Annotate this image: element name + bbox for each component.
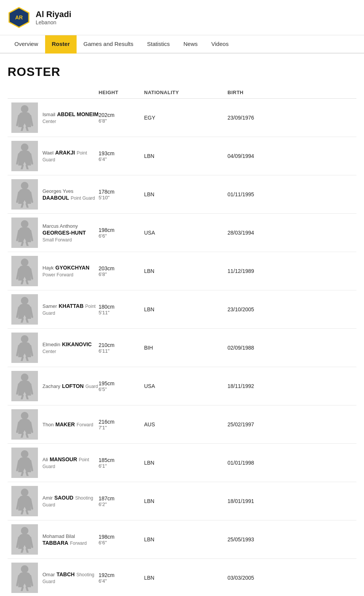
- player-info: Mohamad Bilal TABBARA Forward: [11, 524, 99, 555]
- player-position: Center: [42, 119, 56, 124]
- player-position: Guard: [85, 384, 98, 389]
- player-height: 180cm 5'11": [99, 304, 144, 315]
- tab-games-and-results[interactable]: Games and Results: [77, 35, 140, 54]
- player-birth: 11/12/1989: [228, 268, 303, 274]
- col-birth-label: BIRTH: [228, 90, 303, 95]
- tab-news[interactable]: News: [177, 35, 205, 54]
- player-row[interactable]: Mohamad Bilal TABBARA Forward 198cm 6'6"…: [8, 520, 356, 559]
- svg-point-5: [21, 220, 28, 228]
- player-info: Amir SAOUD Shooting Guard: [11, 486, 99, 516]
- player-first-name: Marcus Anthony: [42, 223, 78, 229]
- player-info: Georges Yves DAABOUL Point Guard: [11, 179, 99, 210]
- player-height-ft: 5'10": [99, 195, 144, 200]
- player-birth: 01/11/1995: [228, 191, 303, 197]
- player-info: Ismail ABDEL MONEIM Center: [11, 102, 99, 133]
- player-last-name: LOFTON: [62, 383, 83, 389]
- player-last-name: SAOUD: [54, 495, 74, 501]
- player-nationality: AUS: [144, 421, 228, 427]
- player-height: 195cm 6'5": [99, 380, 144, 392]
- player-height-cm: 210cm: [99, 342, 144, 348]
- player-first-name: Amir: [42, 495, 53, 501]
- player-height-ft: 6'4": [99, 156, 144, 162]
- player-birth: 18/11/1992: [228, 383, 303, 389]
- player-photo: [11, 333, 38, 363]
- player-row[interactable]: Marcus Anthony GEORGES-HUNT Small Forwar…: [8, 214, 356, 252]
- player-height: 198cm 6'6": [99, 227, 144, 239]
- player-first-name: Elmedin: [42, 342, 60, 347]
- player-birth: 28/03/1994: [228, 230, 303, 236]
- player-row[interactable]: Elmedin KIKANOVIC Center 210cm 6'11" BIH…: [8, 329, 356, 367]
- player-nationality: LBN: [144, 575, 228, 581]
- player-last-name: MANSOUR: [50, 456, 77, 462]
- player-text: Hayk GYOKCHYAN Power Forward: [42, 264, 99, 278]
- col-height-label: HEIGHT: [99, 90, 144, 95]
- player-height-cm: 180cm: [99, 304, 144, 310]
- player-birth: 23/10/2005: [228, 306, 303, 312]
- player-birth: 04/09/1994: [228, 153, 303, 159]
- player-height-cm: 202cm: [99, 112, 144, 118]
- player-row[interactable]: Amir SAOUD Shooting Guard 187cm 6'2" LBN…: [8, 482, 356, 520]
- player-text: Omar TABCH Shooting Guard: [42, 571, 99, 585]
- players-list: Ismail ABDEL MONEIM Center 202cm 6'8" EG…: [8, 99, 356, 596]
- player-photo: [11, 179, 38, 210]
- player-birth: 02/09/1988: [228, 345, 303, 351]
- svg-text:AR: AR: [15, 14, 23, 20]
- player-nationality: LBN: [144, 536, 228, 542]
- player-row[interactable]: Thon MAKER Forward 216cm 7'1" AUS 25/02/…: [8, 405, 356, 444]
- player-row[interactable]: Samer KHATTAB Point Guard 180cm 5'11" LB…: [8, 290, 356, 329]
- player-birth: 18/01/1991: [228, 498, 303, 504]
- nav-tabs: Overview Roster Games and Results Statis…: [0, 35, 364, 54]
- player-height: 198cm 6'6": [99, 534, 144, 546]
- player-text: Marcus Anthony GEORGES-HUNT Small Forwar…: [42, 222, 99, 243]
- player-height-ft: 6'11": [99, 348, 144, 354]
- player-row[interactable]: Ismail ABDEL MONEIM Center 202cm 6'8" EG…: [8, 99, 356, 137]
- player-height: 210cm 6'11": [99, 342, 144, 354]
- player-height: 203cm 6'8": [99, 265, 144, 277]
- player-row[interactable]: Georges Yves DAABOUL Point Guard 178cm 5…: [8, 175, 356, 214]
- player-position: Forward: [77, 422, 93, 427]
- player-last-name: ABDEL MONEIM: [57, 111, 98, 117]
- player-photo: [11, 524, 38, 555]
- player-row[interactable]: Wael ARAKJI Point Guard 193cm 6'4" LBN 0…: [8, 137, 356, 175]
- player-first-name: Ali: [42, 457, 48, 462]
- roster-header: HEIGHT NATIONALITY BIRTH: [8, 87, 356, 99]
- player-position: Point Guard: [71, 196, 95, 201]
- player-info: Samer KHATTAB Point Guard: [11, 294, 99, 325]
- player-photo: [11, 448, 38, 478]
- player-row[interactable]: Ali MANSOUR Point Guard 185cm 6'1" LBN 0…: [8, 444, 356, 482]
- player-info: Ali MANSOUR Point Guard: [11, 448, 99, 478]
- tab-overview[interactable]: Overview: [8, 35, 45, 54]
- player-row[interactable]: Omar TABCH Shooting Guard 192cm 6'4" LBN…: [8, 559, 356, 596]
- player-height-ft: 6'6": [99, 233, 144, 239]
- player-last-name: DAABOUL: [42, 195, 69, 201]
- svg-point-9: [21, 374, 28, 381]
- player-height-ft: 6'8": [99, 118, 144, 124]
- player-photo: [11, 218, 38, 248]
- team-header: AR Al Riyadi Lebanon: [0, 0, 364, 35]
- tab-roster[interactable]: Roster: [45, 35, 77, 54]
- player-height-cm: 203cm: [99, 265, 144, 271]
- player-photo: [11, 486, 38, 516]
- player-row[interactable]: Zachary LOFTON Guard 195cm 6'5" USA 18/1…: [8, 367, 356, 405]
- player-text: Georges Yves DAABOUL Point Guard: [42, 188, 99, 201]
- player-height: 193cm 6'4": [99, 150, 144, 162]
- player-nationality: BIH: [144, 345, 228, 351]
- svg-point-13: [21, 527, 28, 535]
- team-logo: AR: [8, 6, 30, 29]
- player-photo: [11, 141, 38, 171]
- tab-videos[interactable]: Videos: [204, 35, 235, 54]
- player-height: 216cm 7'1": [99, 419, 144, 430]
- player-row[interactable]: Hayk GYOKCHYAN Power Forward 203cm 6'8" …: [8, 252, 356, 290]
- player-position: Power Forward: [42, 272, 73, 278]
- player-position: Forward: [70, 541, 87, 546]
- player-first-name: Ismail: [42, 112, 55, 117]
- roster-title: ROSTER: [8, 65, 356, 79]
- player-first-name: Mohamad Bilal: [42, 533, 75, 539]
- player-nationality: USA: [144, 383, 228, 389]
- col-player: [11, 90, 99, 95]
- player-height: 178cm 5'10": [99, 189, 144, 200]
- player-nationality: LBN: [144, 153, 228, 159]
- player-last-name: TABBARA: [42, 540, 68, 546]
- tab-statistics[interactable]: Statistics: [140, 35, 177, 54]
- player-info: Wael ARAKJI Point Guard: [11, 141, 99, 171]
